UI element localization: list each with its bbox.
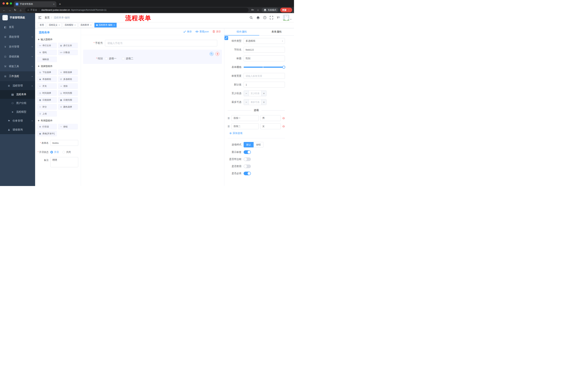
tag-process-form-edit[interactable]: 流程表单-编辑 × bbox=[94, 23, 117, 28]
sidebar-item-system[interactable]: ⚙ 系统管理 ▾ bbox=[0, 32, 35, 42]
comp-button[interactable]: ☞按钮 bbox=[58, 124, 78, 129]
tab-close-icon[interactable]: × bbox=[53, 3, 55, 5]
plus-icon[interactable]: + bbox=[261, 91, 266, 96]
required-switch[interactable] bbox=[244, 172, 251, 175]
tag-close-icon[interactable]: × bbox=[90, 24, 92, 26]
github-icon[interactable] bbox=[256, 16, 260, 20]
remark-textarea[interactable]: 嘿嘿 bbox=[50, 157, 78, 167]
option-value-input[interactable] bbox=[260, 123, 281, 129]
title-input[interactable] bbox=[244, 55, 285, 61]
window-minimize-button[interactable] bbox=[6, 2, 8, 5]
comp-single-line-text[interactable]: ▭单行文本 bbox=[37, 43, 57, 48]
breadcrumb-home[interactable]: 首页 bbox=[45, 16, 50, 19]
comp-slider[interactable]: ⊸滑块 bbox=[58, 83, 78, 89]
tag-process-form[interactable]: 流程表单 × bbox=[79, 23, 93, 28]
user-menu[interactable]: ▾ bbox=[283, 14, 291, 21]
comp-editor[interactable]: 编辑器 bbox=[37, 57, 57, 62]
address-bar[interactable]: ⚠ 不安全 dashboard.yudao.iocoder.cn/bpm/man… bbox=[25, 8, 249, 12]
copy-component-button[interactable] bbox=[210, 52, 214, 56]
gender-option-2[interactable]: 选项二 bbox=[122, 57, 133, 60]
comp-select[interactable]: ◎下拉选择 bbox=[37, 70, 57, 75]
sidebar-item-infrastructure[interactable]: ⊡ 基础设施 ▾ bbox=[0, 52, 35, 62]
drawer-handle[interactable] bbox=[224, 36, 228, 40]
browser-home-icon[interactable]: ⌂ bbox=[18, 9, 23, 12]
forward-icon[interactable]: → bbox=[7, 9, 12, 12]
plus-icon[interactable]: + bbox=[261, 99, 266, 105]
tag-process-model[interactable]: 流程模型 × bbox=[63, 23, 77, 28]
comp-multi-line-text[interactable]: ▤多行文本 bbox=[58, 43, 78, 48]
max-select-stepper[interactable]: − 最多可选 + bbox=[244, 99, 266, 105]
gender-option-1[interactable]: 选项一 bbox=[105, 57, 116, 60]
sidebar-item-leave-query[interactable]: ♟ 请假查询 bbox=[0, 125, 35, 134]
window-close-button[interactable] bbox=[2, 2, 5, 5]
default-value-input[interactable] bbox=[244, 82, 285, 87]
comp-upload[interactable]: ↥上传 bbox=[37, 111, 57, 117]
form-grid-slider[interactable] bbox=[244, 64, 285, 70]
clear-button[interactable]: 清空 bbox=[212, 30, 221, 33]
checkbox-icon[interactable] bbox=[122, 57, 125, 60]
tab-form-props[interactable]: 表单属性 bbox=[259, 28, 294, 35]
sidebar-item-workflow[interactable]: ⊞ 工作流程 ▴ bbox=[0, 71, 35, 81]
comp-cascader[interactable]: ⋎级联选择 bbox=[58, 70, 78, 75]
comp-row-container[interactable]: ⊞行容器 bbox=[37, 124, 57, 129]
option-style-default[interactable]: 默认 bbox=[244, 142, 254, 148]
comp-counter[interactable]: 123计数器 bbox=[58, 50, 78, 55]
tag-home[interactable]: 首页 bbox=[38, 23, 46, 28]
min-select-stepper[interactable]: − 至少应选 + bbox=[244, 90, 266, 96]
comp-rate[interactable]: ☆评分 bbox=[37, 104, 57, 110]
drag-handle-icon[interactable]: ☰ bbox=[228, 125, 230, 128]
comp-date-range[interactable]: ▩日期范围 bbox=[58, 97, 78, 103]
status-radio-closed[interactable]: 关闭 bbox=[63, 150, 71, 154]
hamburger-icon[interactable] bbox=[38, 16, 42, 20]
tag-close-icon[interactable]: × bbox=[59, 24, 60, 26]
comp-switch[interactable]: ◐开关 bbox=[37, 83, 57, 89]
comp-checkbox-group[interactable]: ☑多选框组 bbox=[58, 76, 78, 82]
phone-input[interactable] bbox=[105, 40, 217, 46]
sidebar-item-process-model[interactable]: ➤ 流程模型 bbox=[0, 107, 35, 116]
comp-time-range[interactable]: ◶时间范围 bbox=[58, 90, 78, 96]
component-type-select[interactable]: 多选框组 ▾ bbox=[244, 38, 285, 44]
sidebar-item-process-form[interactable]: ▤ 流程表单 bbox=[0, 90, 35, 99]
search-icon[interactable] bbox=[249, 16, 253, 20]
sidebar-item-task-management[interactable]: ⚑ 任务管理 ▾ bbox=[0, 116, 35, 125]
new-tab-button[interactable]: + bbox=[59, 2, 61, 6]
save-button[interactable]: 保存 bbox=[183, 30, 192, 33]
label-width-input[interactable] bbox=[244, 73, 285, 79]
comp-password[interactable]: ⊛密码 bbox=[37, 50, 57, 55]
help-icon[interactable]: ? bbox=[263, 16, 267, 20]
with-border-switch[interactable] bbox=[244, 158, 251, 161]
tag-process-definition[interactable]: 流程定义 × bbox=[47, 23, 62, 28]
field-name-input[interactable] bbox=[244, 47, 285, 53]
phone-field[interactable]: *手机号 bbox=[83, 38, 222, 48]
remove-option-icon[interactable]: ⊖ bbox=[282, 125, 285, 128]
form-name-input[interactable] bbox=[50, 140, 78, 146]
back-icon[interactable]: ← bbox=[2, 9, 7, 12]
toolbar-caret-icon[interactable]: ▾ bbox=[292, 11, 293, 13]
option-style-button[interactable]: 按钮 bbox=[254, 142, 263, 148]
comp-radio-group[interactable]: ◉单选框组 bbox=[37, 76, 57, 82]
sidebar-item-payment[interactable]: ¥ 支付管理 ▾ bbox=[0, 42, 35, 52]
user-avatar[interactable] bbox=[283, 14, 289, 21]
sidebar-item-home[interactable]: ◧ 首页 bbox=[0, 22, 35, 32]
gender-field-selected[interactable]: *性别 选项一 选项二 bbox=[83, 50, 222, 64]
comp-color-picker[interactable]: ⊙颜色选择 bbox=[58, 104, 78, 110]
delete-component-button[interactable] bbox=[215, 52, 220, 56]
tag-close-icon[interactable]: × bbox=[114, 24, 115, 26]
tag-close-icon[interactable]: × bbox=[74, 24, 76, 26]
browser-tab[interactable]: 芋道管理系统 × bbox=[14, 1, 56, 7]
minus-icon[interactable]: − bbox=[244, 99, 249, 105]
disabled-switch[interactable] bbox=[244, 165, 251, 168]
sidebar-item-user-group[interactable]: ⚇ 用户分组 bbox=[0, 99, 35, 107]
comp-time-picker[interactable]: ◷时间选择 bbox=[37, 90, 57, 96]
status-radio-open[interactable]: 开启 bbox=[50, 150, 59, 154]
bookmark-star-icon[interactable]: ☆ bbox=[256, 9, 260, 11]
window-maximize-button[interactable] bbox=[10, 2, 12, 5]
option-label-input[interactable] bbox=[231, 123, 259, 129]
tab-component-props[interactable]: 组件属性 bbox=[224, 28, 259, 35]
slider-handle[interactable] bbox=[282, 66, 285, 69]
comp-table[interactable]: ▦表格[开发中] bbox=[37, 131, 57, 136]
comp-date-picker[interactable]: ▦日期选择 bbox=[37, 97, 57, 103]
drag-handle-icon[interactable]: ☰ bbox=[228, 117, 230, 120]
reload-icon[interactable]: ↻ bbox=[13, 8, 18, 12]
view-json-button[interactable]: 查看json bbox=[195, 30, 209, 33]
